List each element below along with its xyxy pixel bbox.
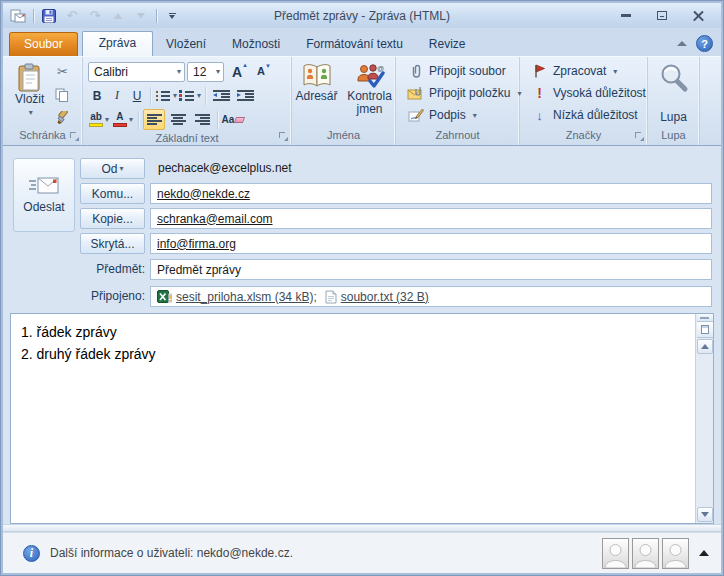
ribbon-group-zoom: Lupa Lupa [648, 57, 700, 145]
paste-label: Vložit [15, 93, 44, 106]
scroll-down-icon[interactable] [697, 507, 713, 522]
follow-up-label: Zpracovat [553, 64, 606, 78]
follow-up-button[interactable]: Zpracovat [528, 60, 644, 82]
ruler-toggle-icon[interactable] [697, 322, 713, 338]
low-importance-icon: ↓ [531, 109, 548, 122]
tab-options[interactable]: Možnosti [219, 33, 293, 56]
cc-input[interactable] [150, 208, 712, 229]
avatar[interactable] [602, 538, 629, 569]
attachment-link-excel[interactable]: sesit_priloha.xlsm (34 kB); [176, 290, 317, 304]
signature-button[interactable]: Podpis [404, 104, 516, 126]
check-names-button[interactable]: @ Kontrola jmen [344, 60, 396, 128]
clear-formatting-icon[interactable]: Aa [222, 109, 244, 130]
save-icon[interactable] [39, 7, 59, 25]
title-bar: ↶ ↷ Předmět zprávy - Zpráva (HTML) [3, 3, 721, 28]
bcc-input[interactable] [150, 233, 712, 254]
attachments-field[interactable]: sesit_priloha.xlsm (34 kB); soubor.txt (… [150, 286, 712, 307]
paste-button[interactable]: Vložit [11, 60, 48, 128]
attach-item-button[interactable]: Připojit položku [404, 82, 516, 104]
ribbon-tab-bar: Soubor Zpráva Vložení Možnosti Formátová… [3, 28, 721, 56]
high-importance-label: Vysoká důležitost [553, 86, 646, 100]
restore-button[interactable] [651, 8, 673, 24]
avatar[interactable] [662, 538, 689, 569]
info-icon: i [23, 545, 40, 562]
tab-file[interactable]: Soubor [9, 32, 78, 56]
to-button-label: Komu... [92, 187, 133, 201]
cc-button[interactable]: Kopie... [80, 208, 145, 229]
body-line-1: 1. řádek zprávy [21, 321, 703, 343]
signature-pen-icon [407, 108, 424, 122]
clipboard-dialog-launcher-icon[interactable] [70, 132, 80, 142]
split-handle[interactable] [697, 314, 713, 322]
paperclip-icon [407, 63, 424, 79]
italic-button[interactable]: I [108, 86, 126, 105]
attach-file-button[interactable]: Připojit soubor [404, 60, 516, 82]
minimize-ribbon-icon[interactable] [677, 41, 687, 46]
flag-icon [531, 64, 548, 78]
ribbon: Vložit ✂ [3, 56, 721, 146]
close-button[interactable] [687, 8, 709, 24]
redo-icon[interactable]: ↷ [85, 7, 105, 25]
copy-icon[interactable] [51, 84, 73, 105]
align-center-button[interactable] [167, 109, 189, 130]
font-name-combo[interactable]: Calibri [88, 62, 185, 82]
ribbon-group-include: Připojit soubor Připojit položku [396, 57, 520, 145]
expand-people-pane-icon[interactable] [699, 550, 709, 556]
help-icon[interactable]: ? [696, 35, 713, 52]
address-book-button[interactable]: Adresář [292, 60, 342, 128]
format-painter-icon[interactable] [51, 107, 73, 128]
ribbon-group-clipboard: Vložit ✂ [3, 57, 83, 145]
to-input[interactable] [150, 183, 712, 204]
align-right-button[interactable] [191, 109, 213, 130]
window-title: Předmět zprávy - Zpráva (HTML) [123, 9, 601, 23]
grow-font-button[interactable]: A [226, 61, 248, 82]
high-importance-button[interactable]: ! Vysoká důležitost [528, 82, 644, 104]
tab-review[interactable]: Revize [416, 33, 479, 56]
bcc-button[interactable]: Skrytá... [80, 233, 145, 254]
app-mail-icon[interactable] [8, 7, 28, 25]
tab-insert[interactable]: Vložení [153, 33, 219, 56]
contact-avatars [602, 538, 689, 569]
excel-file-icon [157, 289, 172, 304]
message-body[interactable]: 1. řádek zprávy 2. druhý řádek zprávy [10, 313, 714, 524]
decrease-indent-icon[interactable] [210, 85, 232, 106]
align-left-button[interactable] [143, 109, 165, 130]
attachment-link-text[interactable]: soubor.txt (32 B) [341, 290, 429, 304]
minimize-button[interactable] [615, 8, 637, 24]
undo-icon[interactable]: ↶ [62, 7, 82, 25]
to-button[interactable]: Komu... [80, 183, 145, 204]
ribbon-spacer [700, 57, 721, 145]
send-button[interactable]: Odeslat [13, 158, 75, 232]
tags-dialog-launcher-icon[interactable] [635, 132, 645, 142]
window-controls [615, 8, 721, 24]
cut-icon[interactable]: ✂ [51, 61, 73, 82]
font-color-icon[interactable]: A [112, 109, 134, 130]
numbering-icon[interactable] [179, 85, 201, 106]
scroll-up-icon[interactable] [697, 339, 713, 354]
toolbar-separator [33, 9, 34, 23]
group-label-tags: Značky [520, 128, 647, 145]
underline-button[interactable]: U [128, 86, 146, 105]
zoom-button[interactable]: Lupa [652, 60, 696, 128]
tab-format-text[interactable]: Formátování textu [293, 33, 416, 56]
from-button[interactable]: Od [80, 158, 145, 179]
group-label-include: Zahrnout [396, 128, 519, 145]
font-size-combo[interactable]: 12 [187, 62, 224, 82]
body-line-2: 2. druhý řádek zprávy [21, 343, 703, 365]
tab-message[interactable]: Zpráva [82, 31, 153, 56]
basic-text-dialog-launcher-icon[interactable] [279, 132, 289, 142]
subject-input[interactable] [150, 259, 712, 280]
group-label-names: Jména [292, 128, 395, 145]
avatar[interactable] [632, 538, 659, 569]
signature-label: Podpis [429, 108, 466, 122]
bullets-icon[interactable] [155, 85, 177, 106]
text-highlight-icon[interactable]: ab [88, 109, 110, 130]
increase-indent-icon[interactable] [234, 85, 256, 106]
people-pane-splitter[interactable] [3, 524, 721, 532]
bold-button[interactable]: B [88, 86, 106, 105]
check-names-label: Kontrola jmen [347, 90, 392, 116]
ribbon-group-basic-text: Calibri 12 A A B I U [83, 57, 292, 145]
low-importance-button[interactable]: ↓ Nízká důležitost [528, 104, 644, 126]
vertical-scrollbar[interactable] [695, 314, 713, 523]
shrink-font-button[interactable]: A [250, 61, 272, 82]
